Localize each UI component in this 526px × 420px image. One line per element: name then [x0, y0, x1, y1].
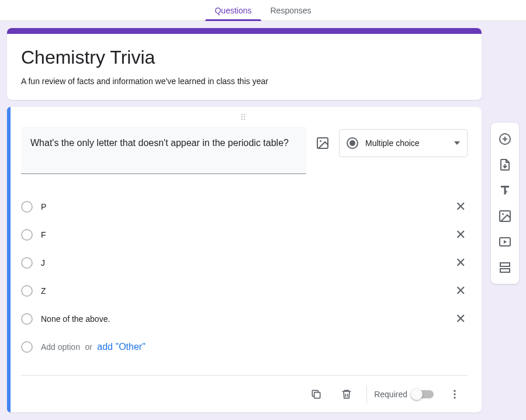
tab-questions[interactable]: Questions	[205, 0, 261, 20]
option-row: None of the above. ✕	[21, 305, 468, 333]
option-text[interactable]: P	[41, 202, 445, 211]
option-row: J ✕	[21, 249, 468, 277]
svg-point-3	[454, 390, 455, 391]
radio-icon	[347, 137, 358, 149]
question-card: ⠿ Multiple choice	[7, 107, 482, 412]
remove-option-icon[interactable]: ✕	[454, 200, 468, 214]
remove-option-icon[interactable]: ✕	[454, 284, 468, 298]
svg-point-4	[454, 393, 455, 395]
header-body: Chemistry Trivia A fun review of facts a…	[7, 34, 482, 100]
option-text[interactable]: F	[41, 230, 445, 239]
question-footer: Required	[21, 375, 468, 412]
or-text: or	[85, 342, 92, 352]
form-header-card: Chemistry Trivia A fun review of facts a…	[7, 28, 482, 100]
add-option-text[interactable]: Add option	[41, 342, 80, 352]
more-icon[interactable]	[442, 381, 468, 407]
option-text[interactable]: J	[41, 258, 445, 268]
required-label: Required	[374, 390, 407, 399]
side-toolbar	[491, 123, 519, 284]
svg-point-8	[502, 213, 504, 215]
option-text[interactable]: None of the above.	[41, 314, 445, 324]
radio-empty-icon	[21, 285, 33, 297]
option-row: P ✕	[21, 193, 468, 221]
option-row: Z ✕	[21, 277, 468, 305]
form-title[interactable]: Chemistry Trivia	[21, 47, 468, 68]
remove-option-icon[interactable]: ✕	[454, 228, 468, 242]
radio-empty-icon	[21, 229, 33, 241]
options-list: P ✕ F ✕ J ✕ Z ✕	[21, 193, 468, 361]
add-other-link[interactable]: add "Other"	[97, 342, 146, 352]
top-tabs: Questions Responses	[0, 0, 526, 21]
option-row: F ✕	[21, 221, 468, 249]
radio-empty-icon	[21, 313, 33, 325]
add-section-icon[interactable]	[493, 256, 517, 279]
add-title-icon[interactable]	[493, 179, 517, 202]
question-text-input[interactable]	[21, 127, 306, 174]
form-description[interactable]: A fun review of facts and information we…	[21, 77, 468, 86]
drag-handle-icon[interactable]: ⠿	[21, 113, 468, 122]
radio-empty-icon	[21, 257, 33, 269]
add-image-icon[interactable]	[316, 136, 330, 150]
svg-rect-2	[314, 392, 320, 398]
add-question-icon[interactable]	[493, 127, 517, 151]
remove-option-icon[interactable]: ✕	[454, 256, 468, 270]
add-video-icon[interactable]	[493, 230, 517, 254]
chevron-down-icon	[454, 141, 460, 145]
divider	[366, 385, 367, 404]
duplicate-icon[interactable]	[303, 381, 329, 407]
required-toggle[interactable]	[412, 390, 434, 398]
delete-icon[interactable]	[334, 381, 359, 407]
question-top-row: Multiple choice	[21, 127, 468, 176]
form-column: Chemistry Trivia A fun review of facts a…	[7, 28, 482, 412]
remove-option-icon[interactable]: ✕	[454, 312, 468, 326]
svg-point-1	[320, 140, 321, 142]
add-media-image-icon[interactable]	[493, 204, 517, 228]
tab-responses[interactable]: Responses	[261, 0, 321, 20]
form-canvas: Chemistry Trivia A fun review of facts a…	[0, 21, 526, 419]
svg-rect-10	[500, 263, 510, 266]
svg-point-5	[454, 397, 455, 398]
add-option-area: Add option or add "Other"	[41, 342, 146, 352]
radio-empty-icon	[21, 341, 33, 353]
question-input-wrap	[21, 127, 306, 176]
accent-bar	[7, 28, 482, 34]
svg-rect-11	[500, 269, 510, 272]
question-type-label: Multiple choice	[365, 138, 447, 148]
question-type-select[interactable]: Multiple choice	[339, 129, 468, 157]
import-questions-icon[interactable]	[493, 153, 517, 176]
option-text[interactable]: Z	[41, 286, 445, 296]
add-option-row: Add option or add "Other"	[21, 333, 468, 361]
radio-empty-icon	[21, 201, 33, 213]
